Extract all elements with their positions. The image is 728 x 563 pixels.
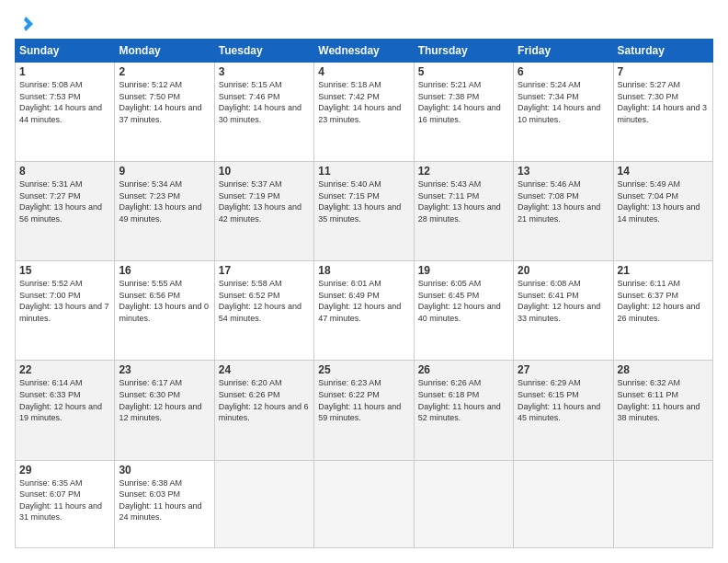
day-info: Sunrise: 6:26 AMSunset: 6:18 PMDaylight:… bbox=[418, 377, 509, 423]
weekday-header-saturday: Saturday bbox=[613, 40, 712, 63]
day-cell-16: 16Sunrise: 5:55 AMSunset: 6:56 PMDayligh… bbox=[115, 261, 214, 361]
day-cell-27: 27Sunrise: 6:29 AMSunset: 6:15 PMDayligh… bbox=[514, 361, 613, 460]
day-cell-18: 18Sunrise: 6:01 AMSunset: 6:49 PMDayligh… bbox=[314, 261, 414, 361]
day-cell-13: 13Sunrise: 5:46 AMSunset: 7:08 PMDayligh… bbox=[514, 162, 613, 261]
day-info: Sunrise: 5:18 AMSunset: 7:42 PMDaylight:… bbox=[318, 79, 409, 125]
day-number: 21 bbox=[618, 264, 709, 277]
day-number: 19 bbox=[418, 264, 509, 277]
day-info: Sunrise: 6:29 AMSunset: 6:15 PMDaylight:… bbox=[518, 377, 609, 423]
day-number: 12 bbox=[418, 165, 509, 178]
day-cell-15: 15Sunrise: 5:52 AMSunset: 7:00 PMDayligh… bbox=[16, 261, 115, 361]
day-number: 22 bbox=[19, 363, 110, 376]
day-cell-21: 21Sunrise: 6:11 AMSunset: 6:37 PMDayligh… bbox=[613, 261, 712, 361]
day-info: Sunrise: 5:27 AMSunset: 7:30 PMDaylight:… bbox=[618, 79, 709, 125]
day-info: Sunrise: 5:49 AMSunset: 7:04 PMDaylight:… bbox=[618, 178, 709, 224]
day-number: 8 bbox=[19, 165, 110, 178]
calendar-week-row: 22Sunrise: 6:14 AMSunset: 6:33 PMDayligh… bbox=[16, 361, 713, 460]
calendar-table: SundayMondayTuesdayWednesdayThursdayFrid… bbox=[15, 39, 713, 548]
day-cell-19: 19Sunrise: 6:05 AMSunset: 6:45 PMDayligh… bbox=[414, 261, 513, 361]
day-info: Sunrise: 5:37 AMSunset: 7:19 PMDaylight:… bbox=[219, 178, 310, 224]
day-number: 23 bbox=[119, 363, 210, 376]
day-info: Sunrise: 5:43 AMSunset: 7:11 PMDaylight:… bbox=[418, 178, 509, 224]
day-info: Sunrise: 5:31 AMSunset: 7:27 PMDaylight:… bbox=[19, 178, 110, 224]
day-number: 30 bbox=[119, 464, 210, 477]
day-info: Sunrise: 5:55 AMSunset: 6:56 PMDaylight:… bbox=[119, 278, 210, 324]
weekday-header-friday: Friday bbox=[514, 40, 613, 63]
day-number: 29 bbox=[19, 464, 110, 477]
calendar-week-row: 1Sunrise: 5:08 AMSunset: 7:53 PMDaylight… bbox=[16, 63, 713, 162]
day-number: 7 bbox=[618, 65, 709, 78]
day-cell-30: 30Sunrise: 6:38 AMSunset: 6:03 PMDayligh… bbox=[115, 460, 214, 548]
day-number: 17 bbox=[219, 264, 310, 277]
day-info: Sunrise: 5:34 AMSunset: 7:23 PMDaylight:… bbox=[119, 178, 210, 224]
empty-cell bbox=[613, 460, 712, 548]
day-cell-8: 8Sunrise: 5:31 AMSunset: 7:27 PMDaylight… bbox=[16, 162, 115, 261]
day-info: Sunrise: 6:11 AMSunset: 6:37 PMDaylight:… bbox=[618, 278, 709, 324]
day-cell-3: 3Sunrise: 5:15 AMSunset: 7:46 PMDaylight… bbox=[214, 63, 313, 162]
day-number: 27 bbox=[518, 363, 609, 376]
logo-icon bbox=[17, 15, 35, 33]
day-cell-24: 24Sunrise: 6:20 AMSunset: 6:26 PMDayligh… bbox=[214, 361, 313, 460]
empty-cell bbox=[214, 460, 313, 548]
day-number: 18 bbox=[318, 264, 409, 277]
empty-cell bbox=[514, 460, 613, 548]
day-info: Sunrise: 5:24 AMSunset: 7:34 PMDaylight:… bbox=[518, 79, 609, 125]
day-number: 20 bbox=[518, 264, 609, 277]
day-cell-28: 28Sunrise: 6:32 AMSunset: 6:11 PMDayligh… bbox=[613, 361, 712, 460]
day-number: 10 bbox=[219, 165, 310, 178]
day-info: Sunrise: 6:14 AMSunset: 6:33 PMDaylight:… bbox=[19, 377, 110, 423]
day-cell-6: 6Sunrise: 5:24 AMSunset: 7:34 PMDaylight… bbox=[514, 63, 613, 162]
day-cell-22: 22Sunrise: 6:14 AMSunset: 6:33 PMDayligh… bbox=[16, 361, 115, 460]
day-cell-26: 26Sunrise: 6:26 AMSunset: 6:18 PMDayligh… bbox=[414, 361, 513, 460]
day-info: Sunrise: 5:52 AMSunset: 7:00 PMDaylight:… bbox=[19, 278, 110, 324]
weekday-header-sunday: Sunday bbox=[16, 40, 115, 63]
day-cell-5: 5Sunrise: 5:21 AMSunset: 7:38 PMDaylight… bbox=[414, 63, 513, 162]
day-number: 28 bbox=[618, 363, 709, 376]
day-info: Sunrise: 6:35 AMSunset: 6:07 PMDaylight:… bbox=[19, 477, 110, 523]
day-number: 5 bbox=[418, 65, 509, 78]
day-number: 6 bbox=[518, 65, 609, 78]
day-cell-1: 1Sunrise: 5:08 AMSunset: 7:53 PMDaylight… bbox=[16, 63, 115, 162]
weekday-header-wednesday: Wednesday bbox=[314, 40, 414, 63]
day-info: Sunrise: 5:21 AMSunset: 7:38 PMDaylight:… bbox=[418, 79, 509, 125]
day-number: 4 bbox=[318, 65, 409, 78]
day-info: Sunrise: 6:17 AMSunset: 6:30 PMDaylight:… bbox=[119, 377, 210, 423]
day-cell-25: 25Sunrise: 6:23 AMSunset: 6:22 PMDayligh… bbox=[314, 361, 414, 460]
day-cell-9: 9Sunrise: 5:34 AMSunset: 7:23 PMDaylight… bbox=[115, 162, 214, 261]
day-cell-17: 17Sunrise: 5:58 AMSunset: 6:52 PMDayligh… bbox=[214, 261, 313, 361]
day-info: Sunrise: 5:08 AMSunset: 7:53 PMDaylight:… bbox=[19, 79, 110, 125]
day-info: Sunrise: 5:12 AMSunset: 7:50 PMDaylight:… bbox=[119, 79, 210, 125]
day-cell-2: 2Sunrise: 5:12 AMSunset: 7:50 PMDaylight… bbox=[115, 63, 214, 162]
day-info: Sunrise: 6:01 AMSunset: 6:49 PMDaylight:… bbox=[318, 278, 409, 324]
day-number: 1 bbox=[19, 65, 110, 78]
day-number: 11 bbox=[318, 165, 409, 178]
day-cell-12: 12Sunrise: 5:43 AMSunset: 7:11 PMDayligh… bbox=[414, 162, 513, 261]
day-number: 26 bbox=[418, 363, 509, 376]
day-cell-4: 4Sunrise: 5:18 AMSunset: 7:42 PMDaylight… bbox=[314, 63, 414, 162]
day-number: 24 bbox=[219, 363, 310, 376]
weekday-header-tuesday: Tuesday bbox=[214, 40, 313, 63]
calendar-week-row: 15Sunrise: 5:52 AMSunset: 7:00 PMDayligh… bbox=[16, 261, 713, 361]
day-info: Sunrise: 6:08 AMSunset: 6:41 PMDaylight:… bbox=[518, 278, 609, 324]
day-info: Sunrise: 6:05 AMSunset: 6:45 PMDaylight:… bbox=[418, 278, 509, 324]
empty-cell bbox=[414, 460, 513, 548]
day-number: 14 bbox=[618, 165, 709, 178]
day-info: Sunrise: 6:23 AMSunset: 6:22 PMDaylight:… bbox=[318, 377, 409, 423]
day-number: 15 bbox=[19, 264, 110, 277]
day-cell-23: 23Sunrise: 6:17 AMSunset: 6:30 PMDayligh… bbox=[115, 361, 214, 460]
svg-marker-0 bbox=[24, 17, 33, 31]
weekday-header-row: SundayMondayTuesdayWednesdayThursdayFrid… bbox=[16, 40, 713, 63]
logo bbox=[15, 15, 35, 29]
calendar-week-row: 8Sunrise: 5:31 AMSunset: 7:27 PMDaylight… bbox=[16, 162, 713, 261]
weekday-header-thursday: Thursday bbox=[414, 40, 513, 63]
day-number: 9 bbox=[119, 165, 210, 178]
day-number: 2 bbox=[119, 65, 210, 78]
day-cell-14: 14Sunrise: 5:49 AMSunset: 7:04 PMDayligh… bbox=[613, 162, 712, 261]
day-cell-29: 29Sunrise: 6:35 AMSunset: 6:07 PMDayligh… bbox=[16, 460, 115, 548]
day-number: 16 bbox=[119, 264, 210, 277]
day-info: Sunrise: 6:32 AMSunset: 6:11 PMDaylight:… bbox=[618, 377, 709, 423]
page: SundayMondayTuesdayWednesdayThursdayFrid… bbox=[0, 0, 728, 563]
day-info: Sunrise: 6:20 AMSunset: 6:26 PMDaylight:… bbox=[219, 377, 310, 423]
day-info: Sunrise: 5:40 AMSunset: 7:15 PMDaylight:… bbox=[318, 178, 409, 224]
day-info: Sunrise: 5:15 AMSunset: 7:46 PMDaylight:… bbox=[219, 79, 310, 125]
